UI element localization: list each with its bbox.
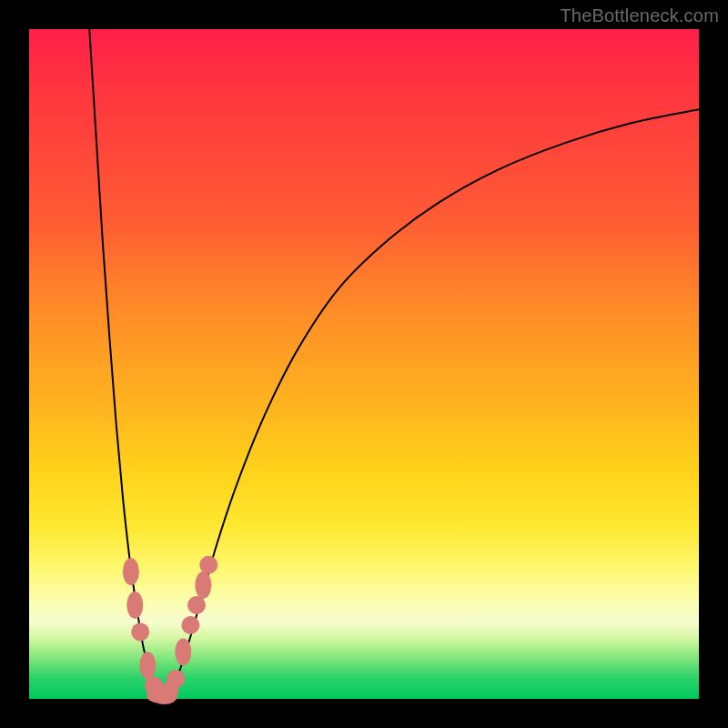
marker-10	[181, 616, 199, 634]
curve-right-curve	[163, 109, 699, 699]
marker-3	[139, 652, 156, 679]
marker-1	[126, 592, 143, 619]
chart-frame: TheBottleneck.com	[0, 0, 728, 728]
marker-2	[131, 622, 149, 641]
marker-9	[175, 638, 191, 665]
curve-layer	[89, 29, 699, 699]
marker-layer	[123, 556, 217, 704]
marker-12	[195, 571, 211, 599]
curves-svg	[29, 29, 699, 699]
marker-8	[167, 670, 185, 688]
marker-0	[123, 558, 139, 585]
marker-13	[199, 556, 217, 574]
curve-left-curve	[89, 29, 163, 699]
watermark-text: TheBottleneck.com	[560, 5, 719, 26]
plot-area	[29, 29, 699, 699]
marker-11	[187, 596, 206, 614]
